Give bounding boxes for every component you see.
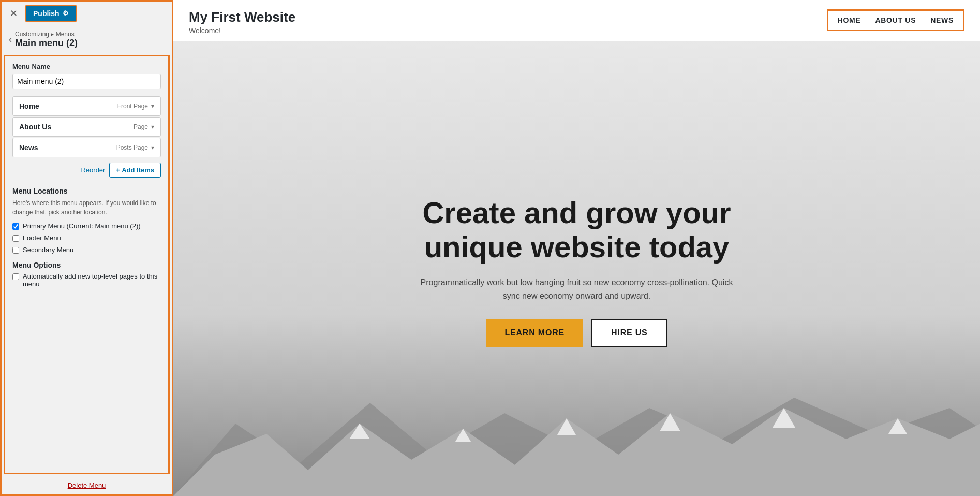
mountain-background [173, 392, 980, 496]
menu-item-home-right: Front Page ▾ [117, 103, 154, 110]
reorder-label: Reorder [81, 166, 105, 174]
menu-item-about-us[interactable]: About Us Page ▾ [12, 117, 161, 137]
hero-heading-line2: unique website today [424, 230, 730, 264]
breadcrumb-path: Customizing ▸ Menus [15, 31, 75, 38]
svg-marker-1 [173, 408, 980, 496]
footer-menu-checkbox-row: Footer Menu [12, 234, 161, 242]
menu-item-home[interactable]: Home Front Page ▾ [12, 96, 161, 116]
back-button[interactable]: ‹ [9, 34, 12, 45]
menu-options-title: Menu Options [12, 261, 161, 269]
top-bar: ✕ Publish ⚙ [2, 2, 172, 25]
hero-section: Create and grow your unique website toda… [173, 41, 980, 496]
menu-name-label: Menu Name [12, 63, 161, 70]
close-button[interactable]: ✕ [7, 7, 21, 20]
delete-menu-button[interactable]: Delete Menu [2, 476, 172, 494]
close-icon: ✕ [10, 8, 18, 19]
customizer-panel: ✕ Publish ⚙ ‹ Customizing ▸ Menus Main m… [0, 0, 173, 496]
learn-more-label: LEARN MORE [504, 328, 565, 337]
secondary-menu-checkbox[interactable] [12, 247, 19, 254]
gear-icon: ⚙ [63, 9, 69, 17]
auto-add-pages-checkbox[interactable] [12, 273, 19, 280]
chevron-down-icon-2: ▾ [151, 123, 154, 130]
menu-items-list: Home Front Page ▾ About Us Page ▾ News P… [12, 96, 161, 157]
menu-item-about-label: About Us [19, 123, 51, 131]
menu-item-news-right: Posts Page ▾ [116, 144, 154, 151]
learn-more-button[interactable]: LEARN MORE [486, 319, 583, 347]
menu-item-about-right: Page ▾ [133, 123, 154, 130]
footer-menu-checkbox[interactable] [12, 235, 19, 242]
publish-button[interactable]: Publish ⚙ [25, 5, 77, 22]
add-items-label: + Add Items [116, 166, 154, 174]
menu-item-home-label: Home [19, 102, 39, 110]
hero-heading-line1: Create and grow your [422, 196, 731, 229]
reorder-button[interactable]: Reorder [81, 166, 105, 174]
hero-content: Create and grow your unique website toda… [411, 196, 743, 363]
menu-name-input[interactable] [12, 74, 161, 89]
primary-menu-checkbox[interactable] [12, 223, 19, 230]
auto-add-pages-label: Automatically add new top-level pages to… [23, 272, 161, 288]
secondary-menu-checkbox-row: Secondary Menu [12, 246, 161, 254]
menu-locations-desc: Here's where this menu appears. If you w… [12, 198, 161, 217]
site-title: My First Website [189, 9, 295, 25]
site-header: My First Website Welcome! HOME ABOUT US … [173, 0, 980, 41]
chevron-down-icon-3: ▾ [151, 144, 154, 151]
footer-menu-label: Footer Menu [23, 234, 61, 242]
secondary-menu-label: Secondary Menu [23, 246, 73, 254]
menu-item-about-type: Page [133, 123, 148, 130]
action-row: Reorder + Add Items [12, 163, 161, 178]
site-title-area: My First Website Welcome! [189, 9, 295, 35]
primary-menu-checkbox-row: Primary Menu (Current: Main menu (2)) [12, 222, 161, 230]
auto-add-pages-checkbox-row: Automatically add new top-level pages to… [12, 272, 161, 288]
menu-options-section: Menu Options Automatically add new top-l… [12, 261, 161, 288]
back-arrow-icon: ‹ [9, 34, 12, 45]
nav-item-about-us[interactable]: ABOUT US [875, 16, 916, 24]
breadcrumb-area: ‹ Customizing ▸ Menus Main menu (2) [2, 25, 172, 53]
delete-menu-label: Delete Menu [68, 482, 106, 489]
site-nav: HOME ABOUT US NEWS [827, 9, 964, 31]
site-tagline: Welcome! [189, 26, 295, 35]
menu-locations-section: Menu Locations Here's where this menu ap… [12, 187, 161, 254]
menu-item-news[interactable]: News Posts Page ▾ [12, 138, 161, 157]
menu-item-home-type: Front Page [117, 103, 148, 110]
hero-buttons: LEARN MORE HIRE US [411, 319, 743, 347]
chevron-down-icon: ▾ [151, 103, 154, 110]
hire-us-label: HIRE US [611, 328, 648, 337]
hero-subtext: Programmatically work but low hanging fr… [411, 276, 743, 302]
menu-item-news-type: Posts Page [116, 144, 148, 151]
menu-item-news-label: News [19, 143, 38, 152]
hire-us-button[interactable]: HIRE US [591, 319, 667, 347]
panel-content: Menu Name Home Front Page ▾ About Us Pag… [4, 55, 170, 474]
hero-heading: Create and grow your unique website toda… [411, 196, 743, 265]
menu-locations-title: Menu Locations [12, 187, 161, 195]
add-items-button[interactable]: + Add Items [109, 163, 161, 178]
breadcrumb: Customizing ▸ Menus [15, 31, 78, 38]
publish-label: Publish [33, 9, 60, 18]
primary-menu-label: Primary Menu (Current: Main menu (2)) [23, 222, 141, 230]
nav-item-news[interactable]: NEWS [930, 16, 954, 24]
menu-title: Main menu (2) [15, 38, 78, 49]
preview-area: My First Website Welcome! HOME ABOUT US … [173, 0, 980, 496]
nav-item-home[interactable]: HOME [838, 16, 861, 24]
